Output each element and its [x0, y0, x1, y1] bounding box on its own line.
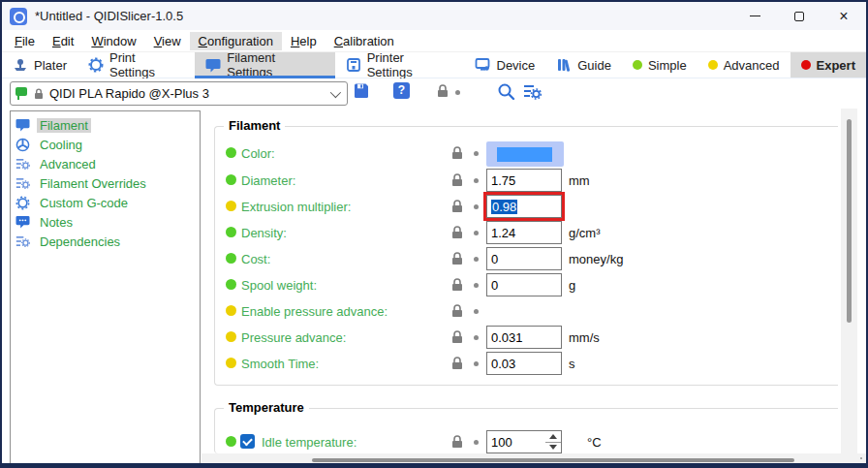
lock-icon[interactable] [451, 304, 463, 322]
preset-combobox[interactable]: QIDI PLA Rapido @X-Plus 3 [10, 81, 348, 106]
sidebar-item-label: Cooling [37, 138, 85, 152]
menu-configuration[interactable]: Configuration [190, 32, 282, 50]
mode-label: Advanced [724, 58, 780, 73]
cost-input[interactable]: 0 [486, 247, 562, 270]
sidebar-item-filament-overrides[interactable]: Filament Overrides [11, 173, 200, 193]
idle-temperature-spinbox[interactable]: 100 [486, 430, 562, 453]
setting-label: Smooth Time: [241, 357, 319, 371]
lock-icon[interactable] [451, 357, 463, 374]
unit-label: g [569, 278, 575, 293]
dot-icon [455, 90, 460, 95]
menu-calibration[interactable]: Calibration [326, 32, 403, 50]
input-value: 1.75 [491, 173, 515, 188]
group-title: Filament [224, 118, 285, 133]
options-search-button[interactable] [522, 82, 542, 100]
maximize-button[interactable] [777, 2, 822, 30]
sidebar-item-notes[interactable]: Notes [11, 212, 200, 232]
gear-icon [88, 57, 104, 73]
mode-expert[interactable]: Expert [790, 52, 866, 78]
group-title: Temperature [224, 400, 309, 415]
tab-plater[interactable]: Plater [2, 52, 78, 78]
search-icon [497, 82, 515, 101]
spin-down-button[interactable] [545, 443, 561, 453]
sidebar-item-cooling[interactable]: Cooling [11, 135, 200, 154]
dot-icon [474, 440, 479, 445]
menu-help[interactable]: Help [282, 32, 326, 50]
close-icon: × [839, 9, 848, 24]
gear-lines-icon [16, 234, 30, 248]
tab-printer-settings[interactable]: Printer Settings [335, 52, 464, 78]
sidebar-item-label: Filament [37, 118, 91, 133]
lock-icon[interactable] [451, 330, 463, 348]
sidebar-item-advanced[interactable]: Advanced [11, 154, 200, 173]
extrusion-multiplier-input[interactable]: 0.98 [486, 195, 562, 218]
vertical-scrollbar[interactable] [841, 109, 857, 454]
menu-edit[interactable]: Edit [44, 32, 82, 50]
dot-icon [474, 178, 479, 183]
green-dot-icon [226, 147, 236, 158]
mode-selector: Simple Advanced Expert [622, 52, 866, 78]
input-value: 100 [491, 435, 512, 450]
app-logo-icon [10, 8, 27, 25]
spin-value[interactable]: 100 [486, 430, 545, 453]
green-dot-icon [226, 436, 236, 447]
sidebar-item-filament[interactable]: Filament [11, 115, 200, 135]
diameter-input[interactable]: 1.75 [486, 169, 562, 192]
close-button[interactable]: × [822, 2, 866, 30]
sidebar-item-custom-gcode[interactable]: Custom G-code [11, 193, 200, 212]
lock-icon[interactable] [451, 200, 463, 217]
setting-row-smooth-time: Smooth Time: 0.03 s [214, 351, 837, 376]
setting-row-diameter: Diameter: 1.75 mm [214, 168, 837, 193]
mode-advanced[interactable]: Advanced [698, 52, 790, 78]
minimize-button[interactable] [732, 2, 777, 30]
green-dot-icon [226, 253, 236, 264]
spool-weight-input[interactable]: 0 [486, 273, 562, 296]
save-preset-button[interactable] [353, 82, 370, 100]
spin-up-button[interactable] [545, 431, 561, 443]
help-icon: ? [393, 82, 410, 99]
color-swatch [497, 147, 552, 162]
sidebar-item-label: Advanced [37, 157, 99, 172]
lock-icon[interactable] [451, 226, 463, 243]
mode-simple[interactable]: Simple [622, 52, 698, 78]
filament-bubble-icon [205, 58, 221, 73]
menu-file[interactable]: File [6, 32, 44, 50]
tab-print-settings[interactable]: Print Settings [78, 52, 195, 78]
mode-label: Expert [817, 58, 855, 73]
smooth-time-input[interactable]: 0.03 [486, 352, 562, 375]
lock-icon[interactable] [451, 146, 463, 164]
tab-guide[interactable]: Guide [545, 52, 622, 78]
sidebar-item-label: Filament Overrides [37, 176, 149, 191]
gear-lines-icon [16, 176, 30, 190]
save-icon [353, 82, 370, 100]
sidebar-item-dependencies[interactable]: Dependencies [11, 232, 200, 251]
horizontal-scrollbar-thumb[interactable] [312, 458, 794, 462]
vertical-scrollbar-thumb[interactable] [847, 119, 852, 323]
unit-label: °C [587, 435, 602, 450]
color-swatch-button[interactable] [486, 141, 564, 167]
window-title: *Untitled - QIDISlicer-1.0.5 [35, 9, 183, 23]
gear-lines-icon [16, 157, 30, 171]
pressure-advance-input[interactable]: 0.031 [486, 326, 562, 349]
lock-icon[interactable] [451, 435, 463, 452]
setting-row-enable-pressure-advance: Enable pressure advance: [214, 298, 837, 324]
lock-settings-button[interactable] [437, 84, 449, 98]
device-monitor-icon [475, 57, 491, 73]
filament-spool-icon [16, 87, 32, 100]
tab-device[interactable]: Device [464, 52, 546, 78]
lock-icon[interactable] [451, 252, 463, 269]
help-button[interactable]: ? [393, 82, 410, 99]
lock-icon[interactable] [451, 278, 463, 296]
options-gear-icon [522, 82, 542, 100]
window-bottom-edge [2, 463, 866, 466]
tab-filament-settings[interactable]: Filament Settings [195, 52, 334, 78]
idle-temperature-checkbox[interactable] [240, 434, 255, 449]
menu-window[interactable]: Window [82, 32, 144, 50]
dot-icon [474, 335, 479, 340]
search-button[interactable] [497, 82, 515, 101]
setting-row-cost: Cost: 0 money/kg [214, 246, 837, 271]
lock-icon[interactable] [451, 173, 463, 191]
menu-view[interactable]: View [145, 32, 190, 50]
density-input[interactable]: 1.24 [486, 221, 562, 244]
setting-label: Spool weight: [241, 278, 317, 293]
